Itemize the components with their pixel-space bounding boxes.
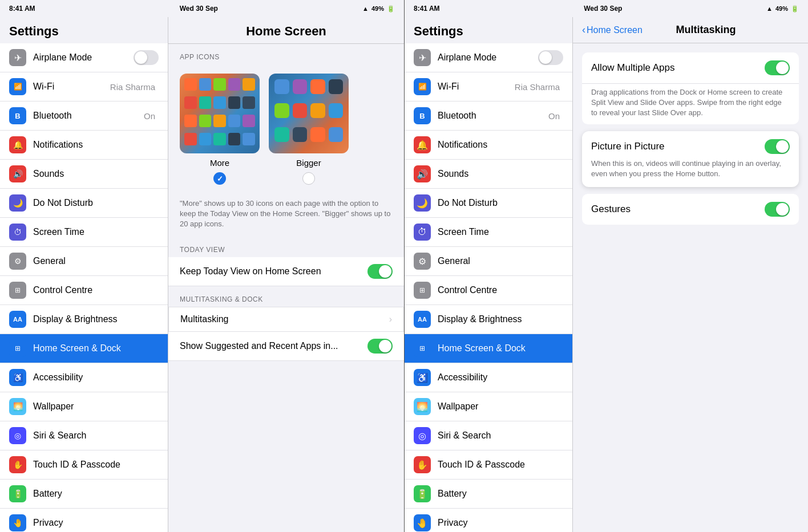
- r-bluetooth-value: On: [548, 111, 560, 121]
- left-status-right: ▲ 49% 🔋: [362, 5, 395, 13]
- r-label-control: Control Centre: [438, 285, 563, 295]
- more-radio[interactable]: [213, 172, 226, 185]
- sidebar-item-privacy[interactable]: 🤚 Privacy: [0, 509, 168, 532]
- pip-toggle[interactable]: [765, 139, 790, 154]
- sidebar-item-wifi[interactable]: 📶 Wi-Fi Ria Sharma: [0, 72, 168, 101]
- right-sidebar-item-bluetooth[interactable]: B Bluetooth On: [405, 101, 572, 131]
- r-wallpaper-icon: 🌅: [414, 398, 431, 415]
- sidebar-label-siri: Siri & Search: [33, 431, 159, 441]
- right-sidebar-item-touchid[interactable]: ✋ Touch ID & Passcode: [405, 450, 572, 480]
- r-homescreen-icon: ⊞: [414, 340, 431, 357]
- sidebar-label-touch-id: Touch ID & Passcode: [33, 460, 159, 470]
- icon-option-bigger[interactable]: Bigger: [269, 74, 349, 185]
- accessibility-icon: ♿: [9, 369, 26, 386]
- multitasking-row[interactable]: Multitasking ›: [168, 307, 404, 332]
- show-suggested-toggle[interactable]: [367, 339, 393, 354]
- pip-row: Picture in Picture: [591, 139, 790, 154]
- right-sidebar-item-dnd[interactable]: 🌙 Do Not Disturb: [405, 189, 572, 218]
- r-label-battery: Battery: [438, 489, 563, 499]
- sidebar-item-battery[interactable]: 🔋 Battery: [0, 480, 168, 509]
- right-sidebar-item-wallpaper[interactable]: 🌅 Wallpaper: [405, 392, 572, 421]
- right-sidebar-item-accessibility[interactable]: ♿ Accessibility: [405, 363, 572, 392]
- icon-option-more[interactable]: More: [180, 74, 260, 185]
- right-sidebar-item-homescreen[interactable]: ⊞ Home Screen & Dock: [405, 334, 572, 363]
- right-panel-body: Settings ✈ Airplane Mode 📶 Wi-Fi Ria Sha…: [405, 17, 808, 532]
- r-battery-icon: 🔋: [414, 485, 431, 502]
- right-sidebar-item-notifications[interactable]: 🔔 Notifications: [405, 131, 572, 160]
- r-bluetooth-icon: B: [414, 107, 431, 124]
- right-sidebar-item-siri[interactable]: ◎ Siri & Search: [405, 421, 572, 450]
- siri-icon: ◎: [9, 427, 26, 444]
- battery-icon: 🔋: [387, 5, 395, 13]
- multitasking-chevron: ›: [389, 314, 392, 324]
- r-wifi-icon: 📶: [414, 78, 431, 95]
- allow-multiple-apps-label: Allow Multiple Apps: [591, 62, 765, 74]
- right-sidebar-item-sounds[interactable]: 🔊 Sounds: [405, 160, 572, 189]
- right-sidebar-item-airplane[interactable]: ✈ Airplane Mode: [405, 43, 572, 72]
- right-sidebar-item-general[interactable]: ⚙ General: [405, 247, 572, 276]
- back-label: Home Screen: [587, 25, 643, 35]
- sidebar-item-control-centre[interactable]: ⊞ Control Centre: [0, 276, 168, 305]
- sidebar-item-display-brightness[interactable]: AA Display & Brightness: [0, 305, 168, 334]
- multitasking-nav-header: ‹ Home Screen Multitasking: [573, 17, 808, 43]
- sidebar-item-screen-time[interactable]: ⏱ Screen Time: [0, 218, 168, 247]
- left-status-bar: 8:41 AM Wed 30 Sep ▲ 49% 🔋: [0, 0, 404, 17]
- right-sidebar-item-screentime[interactable]: ⏱ Screen Time: [405, 218, 572, 247]
- allow-multiple-apps-desc: Drag applications from the Dock or Home …: [591, 84, 790, 119]
- r-label-notifications: Notifications: [438, 140, 563, 150]
- do-not-disturb-icon: 🌙: [9, 194, 26, 212]
- sidebar-item-wallpaper[interactable]: 🌅 Wallpaper: [0, 392, 168, 421]
- r-label-accessibility: Accessibility: [438, 372, 563, 383]
- sidebar-item-accessibility[interactable]: ♿ Accessibility: [0, 363, 168, 392]
- left-sidebar: Settings ✈ Airplane Mode 📶 Wi-Fi Ria Sha…: [0, 17, 168, 532]
- right-sidebar-item-battery[interactable]: 🔋 Battery: [405, 480, 572, 509]
- back-button[interactable]: ‹ Home Screen: [582, 24, 643, 36]
- gestures-toggle[interactable]: [765, 202, 790, 217]
- r-touchid-icon: ✋: [414, 456, 431, 473]
- privacy-icon: 🤚: [9, 514, 26, 531]
- sidebar-item-general[interactable]: ⚙ General: [0, 247, 168, 276]
- keep-today-view-toggle[interactable]: [367, 264, 393, 279]
- sidebar-label-privacy: Privacy: [33, 518, 159, 528]
- sidebar-item-notifications[interactable]: 🔔 Notifications: [0, 131, 168, 160]
- sidebar-item-do-not-disturb[interactable]: 🌙 Do Not Disturb: [0, 189, 168, 218]
- sidebar-item-touch-id[interactable]: ✋ Touch ID & Passcode: [0, 450, 168, 480]
- r-label-dnd: Do Not Disturb: [438, 198, 563, 208]
- r-airplane-toggle[interactable]: [538, 50, 563, 65]
- multitasking-dock-label: MULTITASKING & DOCK: [168, 286, 404, 307]
- bigger-radio[interactable]: [302, 172, 315, 185]
- right-sidebar-item-control-centre[interactable]: ⊞ Control Centre: [405, 276, 572, 305]
- more-label: More: [210, 158, 229, 168]
- r-label-wifi: Wi-Fi: [438, 82, 515, 92]
- sidebar-item-home-screen[interactable]: ⊞ Home Screen & Dock: [0, 334, 168, 363]
- gestures-label: Gestures: [591, 204, 765, 215]
- show-suggested-label: Show Suggested and Recent Apps in...: [180, 341, 367, 351]
- wifi-icon-sidebar: 📶: [9, 78, 26, 95]
- today-view-label: TODAY VIEW: [168, 237, 404, 257]
- sidebar-item-airplane-mode[interactable]: ✈ Airplane Mode: [0, 43, 168, 72]
- general-icon: ⚙: [9, 253, 26, 270]
- right-status-right: ▲ 49% 🔋: [766, 5, 799, 13]
- allow-multiple-toggle[interactable]: [765, 60, 790, 75]
- left-panel-body: Settings ✈ Airplane Mode 📶 Wi-Fi Ria Sha…: [0, 17, 404, 532]
- r-dnd-icon: 🌙: [414, 194, 431, 212]
- r-label-homescreen: Home Screen & Dock: [438, 343, 563, 354]
- sidebar-item-siri-search[interactable]: ◎ Siri & Search: [0, 421, 168, 450]
- right-sidebar-item-wifi[interactable]: 📶 Wi-Fi Ria Sharma: [405, 72, 572, 101]
- right-sidebar-item-display[interactable]: AA Display & Brightness: [405, 305, 572, 334]
- r-label-wallpaper: Wallpaper: [438, 401, 563, 412]
- left-content-title: Home Screen: [168, 17, 404, 44]
- r-siri-icon: ◎: [414, 427, 431, 444]
- sidebar-label-wifi: Wi-Fi: [33, 82, 110, 92]
- bigger-label: Bigger: [296, 158, 321, 168]
- sidebar-item-sounds[interactable]: 🔊 Sounds: [0, 160, 168, 189]
- right-sidebar-item-privacy[interactable]: 🤚 Privacy: [405, 509, 572, 532]
- sidebar-label-screen-time: Screen Time: [33, 227, 159, 237]
- bluetooth-icon: B: [9, 107, 26, 124]
- battery-sidebar-icon: 🔋: [9, 485, 26, 502]
- r-control-icon: ⊞: [414, 282, 431, 299]
- r-label-touchid: Touch ID & Passcode: [438, 460, 563, 470]
- airplane-toggle[interactable]: [134, 50, 159, 65]
- sidebar-item-bluetooth[interactable]: B Bluetooth On: [0, 101, 168, 131]
- sidebar-label-accessibility: Accessibility: [33, 372, 159, 383]
